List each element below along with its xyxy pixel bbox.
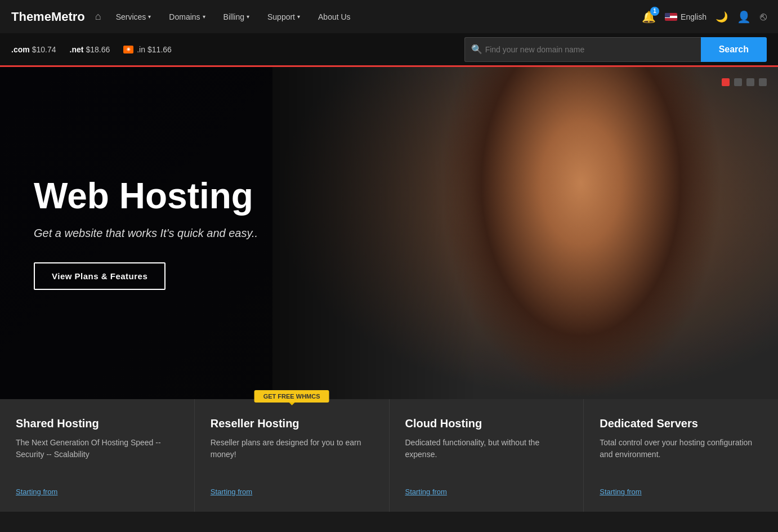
- shared-hosting-title: Shared Hosting: [16, 417, 178, 430]
- logout-icon[interactable]: ⎋: [760, 10, 767, 23]
- reseller-hosting-badge: GET FREE WHMCS: [254, 390, 329, 403]
- nav-billing[interactable]: Billing ▾: [217, 0, 256, 33]
- chevron-down-icon: ▾: [247, 14, 249, 20]
- hero-person-image: [440, 67, 722, 399]
- domain-bar: .com $10.74 .net $18.66 ☀ .in $11.66 🔍 S…: [0, 33, 778, 67]
- navbar: ThemeMetro ⌂ Services ▾ Domains ▾ Billin…: [0, 0, 778, 33]
- reseller-hosting-title: Reseller Hosting: [211, 417, 373, 430]
- notification-badge: 1: [650, 7, 659, 16]
- chevron-down-icon: ▾: [203, 14, 205, 20]
- us-flag-icon: [665, 13, 677, 21]
- hosting-card-cloud: Cloud Hosting Dedicated functionality, b…: [390, 399, 584, 512]
- hero-slider-dots: [722, 78, 767, 86]
- hero-cta-button[interactable]: View Plans & Features: [34, 262, 166, 290]
- shared-hosting-desc: The Next Generation Of Hosting Speed -- …: [16, 437, 178, 476]
- user-account-icon[interactable]: 👤: [737, 10, 751, 24]
- domain-search-area: 🔍 Search: [464, 37, 767, 62]
- hero-dot-3[interactable]: [746, 78, 754, 86]
- hero-subtitle: Get a website that works It's quick and …: [34, 227, 258, 240]
- in-domain-icon: ☀: [123, 46, 133, 53]
- domain-in-price: ☀ .in $11.66: [123, 45, 172, 54]
- dedicated-hosting-from[interactable]: Starting from: [600, 488, 762, 496]
- brand-name[interactable]: ThemeMetro: [11, 10, 85, 24]
- hero-dot-4[interactable]: [759, 78, 767, 86]
- notifications-bell[interactable]: 🔔 1: [642, 10, 656, 24]
- hosting-card-dedicated: Dedicated Servers Total control over you…: [584, 399, 778, 512]
- cloud-hosting-from[interactable]: Starting from: [405, 488, 568, 496]
- cloud-hosting-desc: Dedicated functionality, but without the…: [405, 437, 568, 476]
- dedicated-hosting-title: Dedicated Servers: [600, 417, 762, 430]
- home-icon[interactable]: ⌂: [95, 11, 101, 23]
- hero-content: Web Hosting Get a website that works It'…: [0, 176, 292, 290]
- language-selector[interactable]: English: [665, 12, 707, 21]
- nav-services[interactable]: Services ▾: [109, 0, 158, 33]
- reseller-hosting-from[interactable]: Starting from: [211, 488, 373, 496]
- domain-prices: .com $10.74 .net $18.66 ☀ .in $11.66: [11, 45, 464, 54]
- hero-title: Web Hosting: [34, 176, 258, 216]
- hosting-card-shared: Shared Hosting The Next Generation Of Ho…: [0, 399, 195, 512]
- dedicated-hosting-desc: Total control over your hosting configur…: [600, 437, 762, 476]
- dark-mode-icon[interactable]: 🌙: [716, 11, 728, 23]
- reseller-hosting-desc: Reseller plans are designed for you to e…: [211, 437, 373, 476]
- domain-search-input[interactable]: [464, 37, 701, 62]
- domain-com-price: .com $10.74: [11, 45, 56, 54]
- domain-net-price: .net $18.66: [70, 45, 110, 54]
- navbar-right: 🔔 1 English 🌙 👤 ⎋: [642, 10, 767, 24]
- hosting-card-reseller: GET FREE WHMCS Reseller Hosting Reseller…: [195, 399, 390, 512]
- search-icon: 🔍: [471, 44, 482, 55]
- nav-support[interactable]: Support ▾: [261, 0, 307, 33]
- domain-input-wrap: 🔍: [464, 37, 701, 62]
- domain-search-button[interactable]: Search: [701, 37, 767, 62]
- nav-about[interactable]: About Us: [311, 0, 357, 33]
- cloud-hosting-title: Cloud Hosting: [405, 417, 568, 430]
- hosting-cards: Shared Hosting The Next Generation Of Ho…: [0, 399, 778, 512]
- hero-section: Web Hosting Get a website that works It'…: [0, 67, 778, 399]
- hero-dot-2[interactable]: [734, 78, 742, 86]
- shared-hosting-from[interactable]: Starting from: [16, 488, 178, 496]
- chevron-down-icon: ▾: [297, 14, 300, 20]
- chevron-down-icon: ▾: [148, 14, 151, 20]
- nav-domains[interactable]: Domains ▾: [162, 0, 212, 33]
- hero-dot-1[interactable]: [722, 78, 730, 86]
